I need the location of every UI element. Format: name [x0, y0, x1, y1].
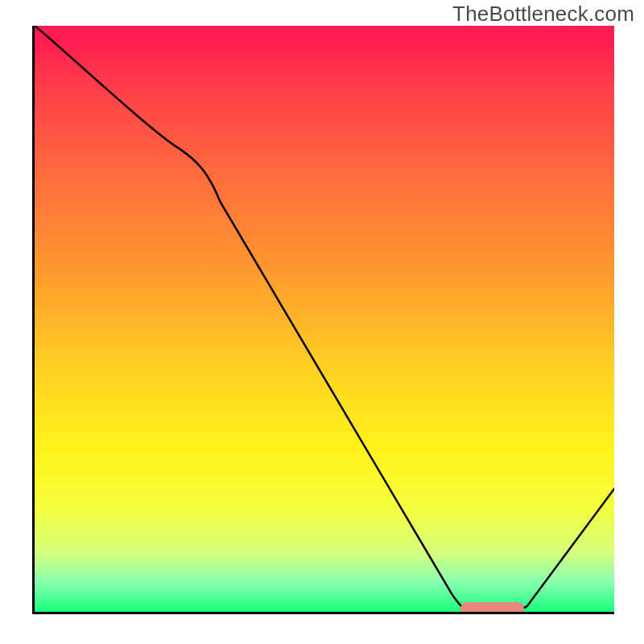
watermark-text: TheBottleneck.com [452, 2, 634, 27]
plot-area [32, 26, 614, 614]
chart-container: TheBottleneck.com [0, 0, 644, 644]
curve-layer [35, 26, 614, 612]
bottleneck-curve [35, 26, 614, 609]
highlight-marker [460, 602, 524, 614]
